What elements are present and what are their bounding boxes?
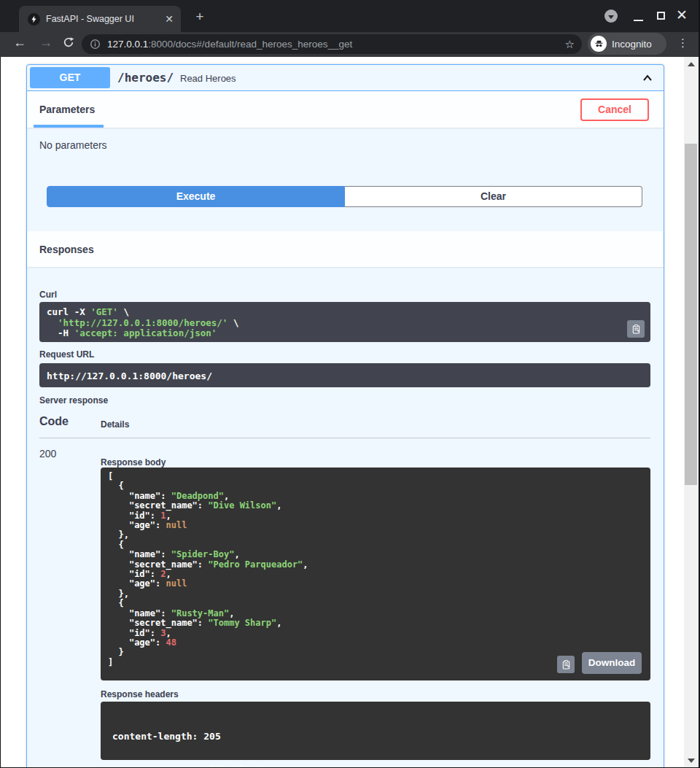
clear-button[interactable]: Clear bbox=[345, 186, 642, 207]
collapse-chevron-icon[interactable] bbox=[640, 71, 655, 88]
back-button[interactable]: ← bbox=[13, 35, 26, 50]
execute-button[interactable]: Execute bbox=[47, 186, 345, 207]
browser-window: FastAPI - Swagger UI ✕ + ✕ ← → 127.0.0.1… bbox=[0, 0, 700, 768]
response-headers-block: content-length: 205 content-type: applic… bbox=[101, 702, 650, 760]
status-code: 200 bbox=[39, 448, 56, 459]
forward-button[interactable]: → bbox=[39, 35, 52, 50]
curl-label: Curl bbox=[39, 290, 57, 300]
response-headers-label: Response headers bbox=[101, 689, 179, 699]
cancel-button[interactable]: Cancel bbox=[580, 98, 649, 121]
scrollbar-thumb[interactable] bbox=[685, 144, 697, 485]
browser-tab[interactable]: FastAPI - Swagger UI ✕ bbox=[19, 6, 181, 32]
chevron-down-icon bbox=[608, 15, 614, 19]
tab-strip: FastAPI - Swagger UI ✕ + ✕ bbox=[0, 0, 700, 32]
code-column-header: Code bbox=[39, 415, 69, 428]
bookmark-star-icon[interactable]: ☆ bbox=[565, 38, 575, 51]
browser-toolbar: ← → 127.0.0.1:8000/docs#/default/read_he… bbox=[0, 32, 700, 57]
close-button[interactable]: ✕ bbox=[676, 7, 688, 23]
incognito-label: Incognito bbox=[612, 39, 652, 50]
server-response-label: Server response bbox=[39, 395, 108, 406]
active-tab-underline bbox=[34, 125, 104, 128]
endpoint-path: /heroes/ bbox=[117, 71, 174, 85]
parameters-section-header: Parameters Cancel bbox=[27, 91, 664, 128]
table-divider bbox=[39, 438, 650, 438]
minimize-button[interactable] bbox=[634, 20, 643, 21]
reload-button[interactable] bbox=[63, 36, 74, 52]
tab-close-icon[interactable]: ✕ bbox=[165, 13, 174, 25]
url-host: 127.0.0.1 bbox=[107, 39, 148, 50]
request-url-block: http://127.0.0.1:8000/heroes/ bbox=[39, 363, 650, 387]
copy-curl-button[interactable] bbox=[627, 320, 645, 338]
page-scrollbar[interactable] bbox=[684, 57, 699, 768]
maximize-button[interactable] bbox=[657, 12, 665, 20]
browser-menu-icon[interactable]: ⋮ bbox=[677, 36, 688, 50]
response-body-block: [ { "name": "Deadpond", "secret_name": "… bbox=[101, 468, 650, 680]
no-parameters-text: No parameters bbox=[39, 139, 107, 151]
curl-block: curl -X 'GET' \ 'http://127.0.0.1:8000/h… bbox=[39, 302, 650, 342]
request-url-label: Request URL bbox=[39, 349, 94, 360]
response-body-code: [ { "name": "Deadpond", "secret_name": "… bbox=[101, 468, 650, 672]
details-column-header: Details bbox=[101, 419, 129, 430]
url-bar[interactable]: 127.0.0.1:8000/docs#/default/read_heroes… bbox=[82, 34, 582, 54]
download-button[interactable]: Download bbox=[582, 652, 642, 674]
responses-section-header: Responses bbox=[27, 231, 664, 267]
tab-title: FastAPI - Swagger UI bbox=[46, 14, 162, 24]
tab-parameters[interactable]: Parameters bbox=[39, 104, 95, 115]
opblock-get-heroes: GET /heroes/ Read Heroes Parameters Canc… bbox=[26, 64, 664, 767]
page-viewport: GET /heroes/ Read Heroes Parameters Canc… bbox=[1, 57, 684, 767]
request-url-value: http://127.0.0.1:8000/heroes/ bbox=[39, 363, 650, 389]
responses-title: Responses bbox=[39, 244, 94, 255]
page-info-icon[interactable] bbox=[90, 39, 101, 50]
tab-search-button[interactable] bbox=[604, 9, 618, 23]
execute-row: Execute Clear bbox=[47, 186, 642, 207]
scroll-down-icon[interactable] bbox=[688, 759, 695, 763]
incognito-icon bbox=[591, 36, 607, 52]
fastapi-favicon-icon bbox=[28, 13, 40, 26]
header-line: content-length: 205 bbox=[112, 731, 639, 742]
curl-command: curl -X 'GET' \ 'http://127.0.0.1:8000/h… bbox=[39, 302, 650, 344]
new-tab-button[interactable]: + bbox=[191, 8, 209, 26]
http-method-badge: GET bbox=[30, 67, 110, 88]
endpoint-summary: Read Heroes bbox=[180, 73, 236, 84]
copy-response-button[interactable] bbox=[557, 656, 575, 673]
response-headers-code: content-length: 205 content-type: applic… bbox=[101, 702, 650, 767]
opblock-summary[interactable]: GET /heroes/ Read Heroes bbox=[27, 65, 664, 91]
scroll-up-icon[interactable] bbox=[688, 62, 695, 66]
response-body-label: Response body bbox=[101, 457, 166, 468]
url-text: 127.0.0.1:8000/docs#/default/read_heroes… bbox=[107, 39, 558, 50]
incognito-badge: Incognito bbox=[588, 33, 666, 55]
url-path: :8000/docs#/default/read_heroes_heroes__… bbox=[148, 39, 352, 50]
